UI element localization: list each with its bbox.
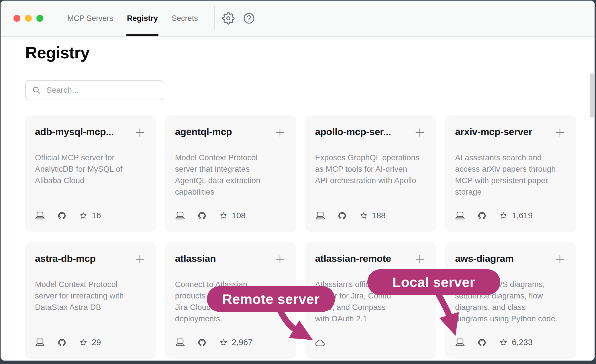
add-server-button[interactable] <box>274 253 286 266</box>
search-icon <box>32 86 41 94</box>
laptop-icon <box>35 211 45 220</box>
card-title: adb-mysql-mcp... <box>35 126 114 137</box>
plus-icon <box>554 253 566 265</box>
laptop-icon <box>175 338 185 347</box>
card-title: astra-db-mcp <box>35 253 96 264</box>
add-server-button[interactable] <box>134 126 146 139</box>
star-icon <box>359 211 368 220</box>
traffic-lights <box>13 15 43 22</box>
page-title: Registry <box>25 43 89 62</box>
github-icon[interactable] <box>58 339 66 347</box>
add-server-button[interactable] <box>554 126 566 139</box>
plus-icon <box>274 253 286 265</box>
card-description: Official MCP server for AnalyticDB for M… <box>35 152 146 186</box>
plus-icon <box>414 126 426 139</box>
titlebar-divider <box>214 6 215 30</box>
add-server-button[interactable] <box>274 126 286 139</box>
card-description: Exposes GraphQL operations as MCP tools … <box>315 152 426 186</box>
search-input[interactable] <box>46 85 156 95</box>
star-count: 29 <box>92 338 101 347</box>
card-description: Model Context Protocol server for intera… <box>35 279 146 313</box>
close-window-button[interactable] <box>13 15 20 22</box>
server-card-astra-db-mcp[interactable]: astra-db-mcp Model Context Protocol serv… <box>25 242 156 359</box>
card-title: apollo-mcp-ser... <box>315 126 391 137</box>
server-card-adb-mysql-mcp[interactable]: adb-mysql-mcp... Official MCP server for… <box>25 115 156 232</box>
app-window: MCP Servers Registry Secrets Registry ad… <box>1 1 595 361</box>
github-icon[interactable] <box>338 212 346 220</box>
add-server-button[interactable] <box>413 253 426 266</box>
card-description: Atlassian's official MCP server for Jira… <box>315 279 426 325</box>
github-icon[interactable] <box>198 212 206 220</box>
github-icon[interactable] <box>478 212 486 220</box>
top-nav-tabs: MCP Servers Registry Secrets <box>67 1 198 36</box>
card-description: Generate AWS diagrams, sequence diagrams… <box>455 279 566 325</box>
add-server-button[interactable] <box>413 126 426 139</box>
card-title: atlassian <box>175 253 216 264</box>
add-server-button[interactable] <box>554 253 566 266</box>
title-bar: MCP Servers Registry Secrets <box>1 1 595 37</box>
zoom-window-button[interactable] <box>36 15 43 22</box>
star-count: 188 <box>372 211 386 220</box>
plus-icon <box>134 253 146 265</box>
search-box[interactable] <box>25 80 163 100</box>
star-icon <box>79 211 88 220</box>
server-card-agentql-mcp[interactable]: agentql-mcp Model Context Protocol serve… <box>165 115 296 232</box>
vertical-scrollbar-thumb[interactable] <box>590 73 594 118</box>
server-card-arxiv-mcp-server[interactable]: arxiv-mcp-server AI assistants search an… <box>445 115 576 232</box>
plus-icon <box>414 253 426 265</box>
card-title: atlassian-remote <box>315 253 391 264</box>
card-title: aws-diagram <box>455 253 514 264</box>
minimize-window-button[interactable] <box>25 15 32 22</box>
star-count: 6,233 <box>512 338 533 347</box>
settings-gear-icon[interactable] <box>222 12 235 25</box>
laptop-icon <box>175 211 185 220</box>
star-count: 16 <box>92 211 101 220</box>
server-card-atlassian-remote[interactable]: atlassian-remote Atlassian's official MC… <box>305 242 436 359</box>
cloud-icon <box>315 338 326 347</box>
github-icon[interactable] <box>58 212 66 220</box>
laptop-icon <box>455 338 465 347</box>
server-card-apollo-mcp-server[interactable]: apollo-mcp-ser... Exposes GraphQL operat… <box>305 115 436 232</box>
plus-icon <box>134 126 146 139</box>
star-count: 2,967 <box>232 338 253 347</box>
tab-mcp-servers[interactable]: MCP Servers <box>67 1 113 36</box>
card-description: Model Context Protocol server that integ… <box>175 152 286 198</box>
github-icon[interactable] <box>478 339 486 347</box>
registry-page: Registry adb-mysql-mcp... Official MCP s… <box>1 37 595 361</box>
star-icon <box>499 338 508 347</box>
tab-secrets[interactable]: Secrets <box>172 1 198 36</box>
plus-icon <box>274 126 286 139</box>
card-description: Connect to Atlassian products including … <box>175 279 286 325</box>
star-icon <box>219 211 228 220</box>
laptop-icon <box>455 211 465 220</box>
star-count: 108 <box>232 211 246 220</box>
star-icon <box>499 211 508 220</box>
plus-icon <box>554 126 566 139</box>
add-server-button[interactable] <box>134 253 146 266</box>
card-title: agentql-mcp <box>175 126 232 137</box>
server-card-aws-diagram[interactable]: aws-diagram Generate AWS diagrams, seque… <box>445 242 576 359</box>
star-count: 1,619 <box>512 211 533 220</box>
star-icon <box>79 338 88 347</box>
help-icon[interactable] <box>242 12 256 25</box>
tab-registry[interactable]: Registry <box>127 1 158 36</box>
star-icon <box>219 338 228 347</box>
laptop-icon <box>315 211 325 220</box>
server-card-grid: adb-mysql-mcp... Official MCP server for… <box>25 115 576 359</box>
card-description: AI assistants search and access arXiv pa… <box>455 152 566 198</box>
laptop-icon <box>35 338 45 347</box>
card-title: arxiv-mcp-server <box>455 126 532 137</box>
github-icon[interactable] <box>198 339 206 347</box>
server-card-atlassian[interactable]: atlassian Connect to Atlassian products … <box>165 242 296 359</box>
